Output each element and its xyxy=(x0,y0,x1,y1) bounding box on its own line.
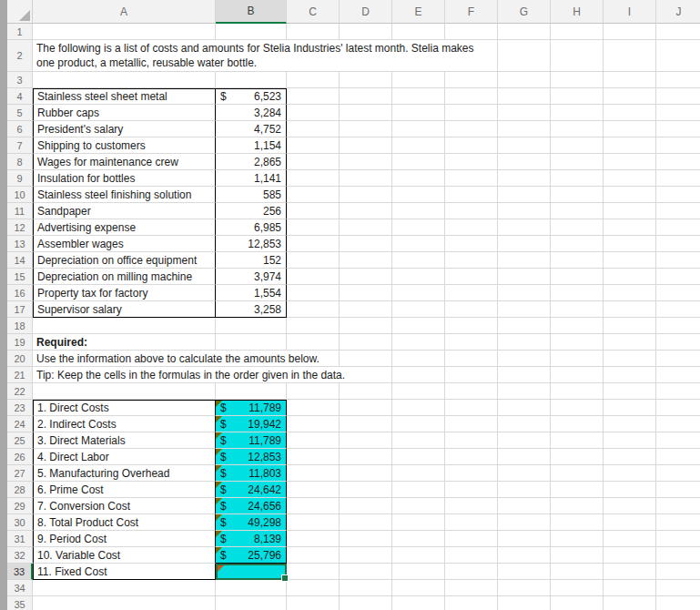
cell-B23[interactable]: $11,789 xyxy=(216,400,287,416)
cell-I18[interactable] xyxy=(604,318,656,334)
cell-G29[interactable] xyxy=(498,498,551,514)
cell-J10[interactable] xyxy=(656,187,700,203)
cell-J26[interactable] xyxy=(656,449,700,465)
cell-H16[interactable] xyxy=(551,285,604,301)
row-header-5[interactable]: 5 xyxy=(7,105,33,121)
cell-H5[interactable] xyxy=(551,105,604,121)
cell-G2[interactable] xyxy=(498,40,551,72)
cell-D17[interactable] xyxy=(340,301,392,318)
cell-J12[interactable] xyxy=(656,219,700,236)
cell-G27[interactable] xyxy=(498,465,551,482)
row-header-32[interactable]: 32 xyxy=(7,547,33,564)
cell-E22[interactable] xyxy=(392,383,445,400)
cell-C31[interactable] xyxy=(287,531,340,547)
cell-A20[interactable]: Use the information above to calculate t… xyxy=(33,351,340,367)
cell-C4[interactable] xyxy=(287,88,340,105)
row-header-8[interactable]: 8 xyxy=(7,154,33,170)
cell-D19[interactable] xyxy=(340,334,392,351)
cell-I11[interactable] xyxy=(604,203,656,219)
cell-H4[interactable] xyxy=(551,88,604,105)
cell-I31[interactable] xyxy=(604,531,656,547)
cell-B18[interactable] xyxy=(216,318,287,334)
cell-E11[interactable] xyxy=(392,203,445,219)
row-header-26[interactable]: 26 xyxy=(7,449,33,465)
cell-H13[interactable] xyxy=(551,236,604,252)
cell-G7[interactable] xyxy=(498,137,551,154)
cell-C11[interactable] xyxy=(287,203,340,219)
cell-H11[interactable] xyxy=(551,203,604,219)
cell-H20[interactable] xyxy=(551,351,604,367)
cell-C18[interactable] xyxy=(287,318,340,334)
cell-F3[interactable] xyxy=(445,72,498,88)
cell-F4[interactable] xyxy=(445,88,498,105)
cell-J29[interactable] xyxy=(656,498,700,514)
column-header-A[interactable]: A xyxy=(33,0,216,24)
cell-C7[interactable] xyxy=(287,137,340,154)
cell-D28[interactable] xyxy=(340,482,392,498)
cell-H19[interactable] xyxy=(551,334,604,351)
cell-D13[interactable] xyxy=(340,236,392,252)
cell-C1[interactable] xyxy=(287,24,340,40)
cell-H21[interactable] xyxy=(551,367,604,383)
cell-A34[interactable] xyxy=(33,580,216,596)
cell-B7[interactable]: 1,154 xyxy=(216,137,287,154)
cell-I6[interactable] xyxy=(604,121,656,137)
cell-C27[interactable] xyxy=(287,465,340,482)
cell-E25[interactable] xyxy=(392,432,445,449)
cell-C33[interactable] xyxy=(287,564,340,580)
cell-F30[interactable] xyxy=(445,514,498,531)
cell-G16[interactable] xyxy=(498,285,551,301)
cell-B35[interactable] xyxy=(216,596,287,610)
cell-A24[interactable]: 2. Indirect Costs xyxy=(33,416,216,432)
cell-I26[interactable] xyxy=(604,449,656,465)
row-header-35[interactable]: 35 xyxy=(7,596,33,610)
cell-J35[interactable] xyxy=(656,596,700,610)
cell-C26[interactable] xyxy=(287,449,340,465)
cell-F21[interactable] xyxy=(445,367,498,383)
cell-F5[interactable] xyxy=(445,105,498,121)
cell-G21[interactable] xyxy=(498,367,551,383)
cell-G11[interactable] xyxy=(498,203,551,219)
cell-A26[interactable]: 4. Direct Labor xyxy=(33,449,216,465)
cell-E28[interactable] xyxy=(392,482,445,498)
cell-H8[interactable] xyxy=(551,154,604,170)
cell-I20[interactable] xyxy=(604,351,656,367)
column-header-I[interactable]: I xyxy=(604,0,656,24)
row-header-28[interactable]: 28 xyxy=(7,482,33,498)
cell-B15[interactable]: 3,974 xyxy=(216,269,287,285)
cell-F12[interactable] xyxy=(445,219,498,236)
column-header-D[interactable]: D xyxy=(340,0,392,24)
row-header-18[interactable]: 18 xyxy=(7,318,33,334)
cell-C15[interactable] xyxy=(287,269,340,285)
cell-F27[interactable] xyxy=(445,465,498,482)
cell-I3[interactable] xyxy=(604,72,656,88)
row-header-1[interactable]: 1 xyxy=(7,24,33,40)
cell-E23[interactable] xyxy=(392,400,445,416)
cell-D9[interactable] xyxy=(340,170,392,187)
row-header-12[interactable]: 12 xyxy=(7,219,33,236)
cell-B3[interactable] xyxy=(216,72,287,88)
cell-C5[interactable] xyxy=(287,105,340,121)
cell-A4[interactable]: Stainless steel sheet metal xyxy=(33,88,216,105)
cell-J5[interactable] xyxy=(656,105,700,121)
row-header-7[interactable]: 7 xyxy=(7,137,33,154)
cell-F11[interactable] xyxy=(445,203,498,219)
cell-E14[interactable] xyxy=(392,252,445,269)
cell-J23[interactable] xyxy=(656,400,700,416)
cell-G18[interactable] xyxy=(498,318,551,334)
cell-G20[interactable] xyxy=(498,351,551,367)
cell-B27[interactable]: $11,803 xyxy=(216,465,287,482)
cell-H9[interactable] xyxy=(551,170,604,187)
cell-D30[interactable] xyxy=(340,514,392,531)
cell-F1[interactable] xyxy=(445,24,498,40)
cell-A16[interactable]: Property tax for factory xyxy=(33,285,216,301)
cell-B28[interactable]: $24,642 xyxy=(216,482,287,498)
cell-J17[interactable] xyxy=(656,301,700,318)
cell-D32[interactable] xyxy=(340,547,392,564)
cell-D3[interactable] xyxy=(340,72,392,88)
cell-B19[interactable] xyxy=(216,334,287,351)
cell-J25[interactable] xyxy=(656,432,700,449)
cell-A14[interactable]: Depreciation on office equipment xyxy=(33,252,216,269)
cell-C28[interactable] xyxy=(287,482,340,498)
row-header-30[interactable]: 30 xyxy=(7,514,33,531)
